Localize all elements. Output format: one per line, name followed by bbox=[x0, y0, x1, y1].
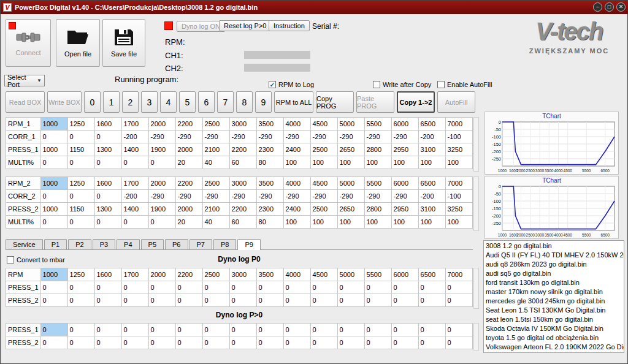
cell-rpm-15[interactable]: 7000 bbox=[445, 268, 472, 281]
cell-press_2-1[interactable]: 0 bbox=[67, 294, 94, 307]
cell-rpm_1-10[interactable]: 4500 bbox=[310, 118, 337, 131]
cell-corr_1-11[interactable]: -290 bbox=[337, 131, 364, 143]
instruction-button[interactable]: Instruction bbox=[269, 20, 310, 31]
cell-press_2-11[interactable]: 0 bbox=[337, 336, 364, 349]
cell-press_2-3[interactable]: 1400 bbox=[121, 203, 148, 216]
tab-p9[interactable]: P9 bbox=[237, 239, 260, 250]
title-bar[interactable]: V PowerBox Digital v1.40 - C:\Users\Prod… bbox=[1, 1, 628, 14]
cell-rpm_1-9[interactable]: 4000 bbox=[283, 118, 310, 131]
file-list-item[interactable]: Volkswagen Arteon FL 2.0 190KM 2022 Go D… bbox=[484, 343, 624, 352]
file-list-item[interactable]: seat leon 1.5tsi 150km go digital.bin bbox=[484, 315, 624, 324]
cell-multi%-13[interactable]: 100 bbox=[391, 216, 418, 229]
cell-multi%-7[interactable]: 60 bbox=[229, 156, 256, 169]
cell-press_1-8[interactable]: 0 bbox=[256, 281, 283, 294]
cell-press_2-4[interactable]: 1900 bbox=[148, 203, 175, 216]
cell-press_1-7[interactable]: 0 bbox=[229, 324, 256, 336]
rpm-to-log-checkbox[interactable]: ✓ RPM to Log bbox=[269, 81, 314, 88]
cell-multi%-5[interactable]: 20 bbox=[175, 156, 202, 169]
cell-rpm-8[interactable]: 3500 bbox=[256, 268, 283, 281]
enable-autofill-checkbox[interactable]: Enable AutoFill bbox=[437, 81, 492, 88]
cell-corr_2-6[interactable]: -290 bbox=[202, 190, 229, 203]
table-1-scrollbar[interactable] bbox=[473, 117, 479, 172]
cell-corr_2-7[interactable]: -290 bbox=[229, 190, 256, 203]
rpm-to-all-button[interactable]: RPM to ALL bbox=[274, 91, 313, 113]
cell-corr_2-2[interactable]: 0 bbox=[94, 190, 121, 203]
digit-button-4[interactable]: 4 bbox=[160, 91, 177, 113]
cell-multi%-1[interactable]: 0 bbox=[67, 156, 94, 169]
cell-press_1-6[interactable]: 2100 bbox=[202, 143, 229, 156]
cell-rpm_2-2[interactable]: 1600 bbox=[94, 177, 121, 190]
cell-multi%-0[interactable]: 0 bbox=[40, 156, 67, 169]
cell-press_1-5[interactable]: 0 bbox=[175, 281, 202, 294]
write-box-button[interactable]: Write BOX bbox=[47, 91, 82, 113]
enable-autofill-checkbox-box[interactable] bbox=[437, 81, 445, 88]
dyno-log-on-button[interactable]: Dyno log ON bbox=[177, 21, 225, 32]
cell-press_1-15[interactable]: 0 bbox=[445, 281, 472, 294]
table-2-scrollbar[interactable] bbox=[473, 176, 479, 231]
close-button[interactable]: ✕ bbox=[616, 2, 626, 12]
cell-press_2-0[interactable]: 0 bbox=[40, 336, 67, 349]
cell-press_1-11[interactable]: 0 bbox=[337, 281, 364, 294]
cell-press_2-4[interactable]: 0 bbox=[148, 336, 175, 349]
cell-press_2-13[interactable]: 2950 bbox=[391, 203, 418, 216]
cell-press_1-7[interactable]: 2200 bbox=[229, 143, 256, 156]
tab-p2[interactable]: P2 bbox=[68, 239, 91, 249]
digit-button-2[interactable]: 2 bbox=[122, 91, 139, 113]
cell-press_1-0[interactable]: 1000 bbox=[40, 143, 67, 156]
cell-press_1-2[interactable]: 0 bbox=[94, 324, 121, 336]
cell-multi%-8[interactable]: 80 bbox=[256, 156, 283, 169]
cell-press_1-14[interactable]: 0 bbox=[418, 324, 445, 336]
save-file-button[interactable]: Save file bbox=[102, 19, 145, 67]
cell-rpm_1-7[interactable]: 3000 bbox=[229, 118, 256, 131]
cell-corr_1-15[interactable]: -100 bbox=[445, 131, 472, 143]
cell-rpm-10[interactable]: 4500 bbox=[310, 268, 337, 281]
digit-button-9[interactable]: 9 bbox=[255, 91, 272, 113]
cell-press_2-9[interactable]: 0 bbox=[283, 336, 310, 349]
cell-press_1-4[interactable]: 1900 bbox=[148, 143, 175, 156]
cell-press_2-6[interactable]: 0 bbox=[202, 294, 229, 307]
cell-multi%-11[interactable]: 100 bbox=[337, 156, 364, 169]
cell-multi%-4[interactable]: 0 bbox=[148, 156, 175, 169]
file-list-item[interactable]: Audi Q5 II (FY FL) 40 TDI MHEV 2.0 150kW… bbox=[484, 251, 624, 260]
cell-multi%-12[interactable]: 100 bbox=[364, 216, 391, 229]
cell-press_2-15[interactable]: 0 bbox=[445, 336, 472, 349]
cell-corr_2-12[interactable]: -290 bbox=[364, 190, 391, 203]
cell-press_2-12[interactable]: 2800 bbox=[364, 203, 391, 216]
file-list-item[interactable]: mercedes gle 300d 245km go digital.bin bbox=[484, 297, 624, 306]
cell-multi%-0[interactable]: 0 bbox=[40, 216, 67, 229]
cell-press_1-4[interactable]: 0 bbox=[148, 281, 175, 294]
cell-multi%-5[interactable]: 20 bbox=[175, 216, 202, 229]
cell-rpm_2-3[interactable]: 1700 bbox=[121, 177, 148, 190]
file-list-item[interactable]: toyota 1.5 go digital od obciążenia.bin bbox=[484, 333, 624, 343]
cell-rpm_2-10[interactable]: 4500 bbox=[310, 177, 337, 190]
file-list-item[interactable]: 3008 1.2 go digital.bin bbox=[484, 241, 624, 251]
autofill-button[interactable]: AutoFill bbox=[437, 91, 475, 113]
cell-multi%-8[interactable]: 80 bbox=[256, 216, 283, 229]
maximize-button[interactable]: □ bbox=[605, 2, 614, 12]
digit-button-8[interactable]: 8 bbox=[236, 91, 253, 113]
digit-button-5[interactable]: 5 bbox=[179, 91, 196, 113]
cell-rpm-11[interactable]: 5000 bbox=[337, 268, 364, 281]
cell-rpm-3[interactable]: 1700 bbox=[121, 268, 148, 281]
cell-press_2-1[interactable]: 0 bbox=[67, 336, 94, 349]
digit-button-1[interactable]: 1 bbox=[103, 91, 120, 113]
cell-press_2-7[interactable]: 2200 bbox=[229, 203, 256, 216]
tab-p6[interactable]: P6 bbox=[165, 239, 188, 249]
cell-rpm_1-12[interactable]: 5500 bbox=[364, 118, 391, 131]
cell-press_1-1[interactable]: 1150 bbox=[67, 143, 94, 156]
cell-rpm-1[interactable]: 1250 bbox=[67, 268, 94, 281]
cell-press_1-13[interactable]: 0 bbox=[391, 281, 418, 294]
cell-press_2-14[interactable]: 3100 bbox=[418, 203, 445, 216]
cell-corr_1-3[interactable]: -200 bbox=[121, 131, 148, 143]
cell-rpm_1-6[interactable]: 2500 bbox=[202, 118, 229, 131]
cell-rpm-6[interactable]: 2500 bbox=[202, 268, 229, 281]
cell-multi%-3[interactable]: 0 bbox=[121, 156, 148, 169]
cell-press_1-13[interactable]: 2950 bbox=[391, 143, 418, 156]
cell-corr_2-8[interactable]: -290 bbox=[256, 190, 283, 203]
cell-multi%-11[interactable]: 100 bbox=[337, 216, 364, 229]
digit-button-0[interactable]: 0 bbox=[84, 91, 101, 113]
cell-multi%-10[interactable]: 100 bbox=[310, 216, 337, 229]
cell-rpm-0[interactable]: 1000 bbox=[40, 268, 67, 281]
file-list-item[interactable]: audi sq5 go digital.bin bbox=[484, 269, 624, 278]
cell-rpm_1-13[interactable]: 6000 bbox=[391, 118, 418, 131]
